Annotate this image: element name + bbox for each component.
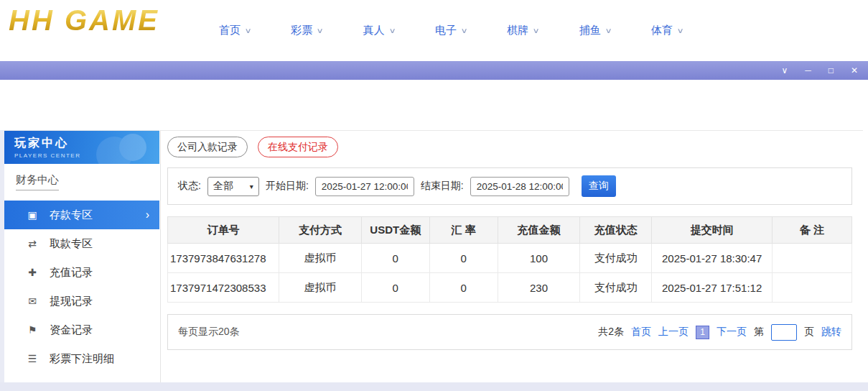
start-date-input[interactable] xyxy=(315,177,414,196)
select-arrow-icon: ▾ xyxy=(250,183,253,190)
pagination-bar: 每页显示20条 共2条 首页 上一页 1 下一页 第 页 跳转 xyxy=(167,314,852,350)
col-recharge-amount: 充值金额 xyxy=(498,217,580,244)
current-page-badge[interactable]: 1 xyxy=(696,326,709,339)
tab-company-deposit-record[interactable]: 公司入款记录 xyxy=(167,137,248,157)
sidebar-item-label: 取款专区 xyxy=(50,237,93,251)
col-usdt-amount: USDT金额 xyxy=(361,217,429,244)
withdraw-record-icon: ✉ xyxy=(26,295,39,307)
status-select[interactable]: 全部 ▾ xyxy=(207,177,259,196)
nav-label: 电子 xyxy=(435,24,457,37)
cell-remark xyxy=(773,244,852,273)
sidebar-item-withdraw[interactable]: ⇄ 取款专区 xyxy=(4,229,159,258)
sidebar-item-label: 充值记录 xyxy=(50,266,93,280)
tab-online-payment-record[interactable]: 在线支付记录 xyxy=(258,137,338,157)
window-titlebar: ∨ ─ □ ✕ xyxy=(0,61,868,80)
sidebar-menu: ▣ 存款专区 › ⇄ 取款专区 ✚ 充值记录 ✉ 提现记录 ⚑ 资金记录 ☰ xyxy=(4,201,159,373)
pagination-controls: 共2条 首页 上一页 1 下一页 第 页 跳转 xyxy=(598,324,841,341)
lottery-detail-icon: ☰ xyxy=(26,353,39,364)
sidebar-item-funds-record[interactable]: ⚑ 资金记录 xyxy=(4,316,159,344)
cell-recharge-status: 支付成功 xyxy=(580,273,652,303)
withdraw-icon: ⇄ xyxy=(26,238,39,249)
cell-exchange-rate: 0 xyxy=(429,273,498,303)
nav-item-sports[interactable]: 体育 ∨ xyxy=(651,24,683,37)
nav-item-chess[interactable]: 棋牌 ∨ xyxy=(507,24,538,37)
chevron-down-icon: ∨ xyxy=(533,27,540,34)
start-date-label: 开始日期: xyxy=(266,180,309,193)
col-exchange-rate: 汇 率 xyxy=(429,217,498,244)
sidebar-item-deposit[interactable]: ▣ 存款专区 › xyxy=(4,201,159,229)
chevron-down-icon: ∨ xyxy=(605,27,612,34)
col-order-number: 订单号 xyxy=(168,217,279,244)
funds-record-icon: ⚑ xyxy=(26,324,39,336)
sidebar-section-finance: 财务中心 xyxy=(4,164,159,193)
nav-label: 彩票 xyxy=(291,24,312,37)
table-row: 1737973847631278 虚拟币 0 0 100 支付成功 2025-0… xyxy=(168,244,852,273)
cell-exchange-rate: 0 xyxy=(429,244,498,273)
window-minimize-icon[interactable]: ─ xyxy=(805,66,811,75)
per-page-label: 每页显示20条 xyxy=(178,326,240,339)
next-page-link[interactable]: 下一页 xyxy=(717,326,747,339)
table-row: 1737971472308533 虚拟币 0 0 230 支付成功 2025-0… xyxy=(168,273,852,303)
sidebar-header: 玩家中心 PLAYERS CENTER xyxy=(4,131,159,164)
cell-order-number: 1737971472308533 xyxy=(168,273,279,303)
deposit-icon: ▣ xyxy=(26,209,39,221)
records-table: 订单号 支付方式 USDT金额 汇 率 充值金额 充值状态 提交时间 备 注 1… xyxy=(167,216,852,303)
recharge-record-icon: ✚ xyxy=(26,267,39,278)
chevron-down-icon: ∨ xyxy=(388,27,396,34)
record-tabs: 公司入款记录 在线支付记录 xyxy=(167,137,863,157)
cell-recharge-status: 支付成功 xyxy=(580,244,652,273)
search-button[interactable]: 查询 xyxy=(582,175,616,197)
status-select-value: 全部 xyxy=(213,180,233,193)
sidebar-item-recharge-record[interactable]: ✚ 充值记录 xyxy=(4,258,159,287)
filter-bar: 状态: 全部 ▾ 开始日期: 结束日期: 查询 xyxy=(167,167,852,205)
main-nav: 首页 ∨ 彩票 ∨ 真人 ∨ 电子 ∨ 棋牌 ∨ 捕鱼 ∨ 体育 ∨ xyxy=(219,0,683,61)
jump-page-input[interactable] xyxy=(771,324,797,341)
nav-item-fishing[interactable]: 捕鱼 ∨ xyxy=(579,24,611,37)
end-date-input[interactable] xyxy=(470,177,569,196)
cell-submit-time: 2025-01-27 18:30:47 xyxy=(652,244,773,273)
cell-recharge-amount: 230 xyxy=(498,273,580,303)
chevron-down-icon: ∨ xyxy=(245,27,252,34)
jump-label-post: 页 xyxy=(804,326,814,339)
nav-label: 真人 xyxy=(363,24,385,37)
nav-label: 棋牌 xyxy=(507,24,528,37)
chevron-down-icon: ∨ xyxy=(317,27,324,34)
nav-item-electronic[interactable]: 电子 ∨ xyxy=(435,24,467,37)
nav-label: 体育 xyxy=(651,24,673,37)
nav-item-home[interactable]: 首页 ∨ xyxy=(219,24,251,37)
sidebar-item-withdraw-record[interactable]: ✉ 提现记录 xyxy=(4,287,159,316)
end-date-label: 结束日期: xyxy=(421,180,464,193)
window-body: 玩家中心 PLAYERS CENTER 财务中心 ▣ 存款专区 › ⇄ 取款专区… xyxy=(0,80,868,382)
cell-remark xyxy=(773,273,852,303)
site-header: HH GAME 首页 ∨ 彩票 ∨ 真人 ∨ 电子 ∨ 棋牌 ∨ 捕鱼 ∨ 体育… xyxy=(0,0,868,61)
brand-logo[interactable]: HH GAME xyxy=(9,4,159,37)
cell-order-number: 1737973847631278 xyxy=(168,244,279,273)
nav-label: 捕鱼 xyxy=(579,24,601,37)
cell-payment-method: 虚拟币 xyxy=(279,244,361,273)
window-collapse-icon[interactable]: ∨ xyxy=(781,66,788,75)
jump-label-pre: 第 xyxy=(754,326,764,339)
nav-item-lottery[interactable]: 彩票 ∨ xyxy=(291,24,322,37)
prev-page-link[interactable]: 上一页 xyxy=(658,326,689,339)
sidebar-item-label: 资金记录 xyxy=(50,323,93,337)
first-page-link[interactable]: 首页 xyxy=(631,326,651,339)
sidebar-item-label: 存款专区 xyxy=(50,208,93,222)
col-remark: 备 注 xyxy=(773,217,852,244)
total-count-label: 共2条 xyxy=(598,326,624,339)
window-close-icon[interactable]: ✕ xyxy=(851,66,858,75)
nav-label: 首页 xyxy=(219,24,241,37)
col-submit-time: 提交时间 xyxy=(652,217,773,244)
sidebar: 玩家中心 PLAYERS CENTER 财务中心 ▣ 存款专区 › ⇄ 取款专区… xyxy=(4,130,159,382)
sidebar-item-label: 提现记录 xyxy=(50,295,93,308)
bottom-margin-strip xyxy=(0,382,868,391)
col-recharge-status: 充值状态 xyxy=(580,217,652,244)
jump-button[interactable]: 跳转 xyxy=(821,326,841,339)
sidebar-item-lottery-bet-detail[interactable]: ☰ 彩票下注明细 xyxy=(4,344,159,373)
sidebar-item-label: 彩票下注明细 xyxy=(50,352,114,366)
cell-payment-method: 虚拟币 xyxy=(279,273,361,303)
col-payment-method: 支付方式 xyxy=(279,217,361,244)
cell-usdt-amount: 0 xyxy=(361,244,429,273)
sidebar-section-label: 财务中心 xyxy=(16,173,59,190)
nav-item-live[interactable]: 真人 ∨ xyxy=(363,24,395,37)
window-maximize-icon[interactable]: □ xyxy=(829,66,834,75)
